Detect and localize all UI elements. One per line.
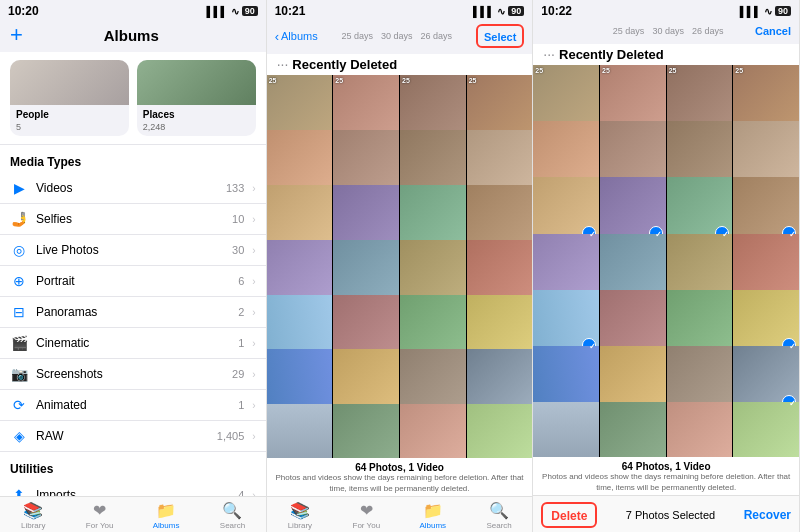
status-icons-1: ▌▌▌ ∿ 90: [206, 6, 257, 17]
list-item-selfies[interactable]: 🤳 Selfies 10 ›: [0, 204, 266, 235]
wifi-icon-1: ∿: [231, 6, 239, 17]
panoramas-label: Panoramas: [36, 305, 230, 319]
back-chevron-icon-2: ‹: [275, 29, 279, 44]
list-item-raw[interactable]: ◈ RAW 1,405 ›: [0, 421, 266, 452]
photo-grid-3: 25 25 25 25: [533, 65, 799, 457]
raw-icon: ◈: [10, 428, 28, 444]
days-label-3a: 25 days: [611, 26, 647, 36]
title-dots-2: ···: [277, 56, 289, 72]
selfies-count: 10: [232, 213, 244, 225]
days-label-2b: 30 days: [379, 31, 415, 41]
photo-cell-3-27[interactable]: [667, 402, 733, 457]
status-bar-1: 10:20 ▌▌▌ ∿ 90: [0, 0, 266, 20]
panel-recently-deleted-selected: 10:22 ▌▌▌ ∿ 90 25 days 30 days 26 days C…: [533, 0, 800, 532]
portrait-label: Portrait: [36, 274, 230, 288]
library-icon-2: 📚: [290, 501, 310, 520]
cinematic-count: 1: [238, 337, 244, 349]
library-label-2: Library: [288, 521, 312, 530]
selfies-label: Selfies: [36, 212, 224, 226]
list-item-portrait[interactable]: ⊕ Portrait 6 ›: [0, 266, 266, 297]
list-item-animated[interactable]: ⟳ Animated 1 ›: [0, 390, 266, 421]
title-dots-3: ···: [543, 46, 555, 62]
foryou-icon-2: ❤: [360, 501, 373, 520]
foryou-label-1: For You: [86, 521, 114, 530]
imports-icon: ⬆: [10, 487, 28, 496]
panel2-info: 64 Photos, 1 Video Photos and videos sho…: [267, 458, 533, 496]
signal-icon-1: ▌▌▌: [206, 6, 227, 17]
chevron-icon-selfies: ›: [252, 214, 255, 225]
portrait-count: 6: [238, 275, 244, 287]
albums-label-1: Albums: [153, 521, 180, 530]
panel2-title: Recently Deleted: [292, 57, 397, 72]
tab-foryou-2[interactable]: ❤ For You: [333, 501, 399, 530]
panel2-title-row: ··· Recently Deleted: [267, 54, 533, 75]
photo-cell-2-26[interactable]: [333, 404, 399, 458]
list-item-live-photos[interactable]: ◎ Live Photos 30 ›: [0, 235, 266, 266]
photo-cell-2-28[interactable]: [467, 404, 533, 458]
battery-3: 90: [775, 6, 791, 16]
cinematic-label: Cinematic: [36, 336, 230, 350]
photo-cell-3-26[interactable]: [600, 402, 666, 457]
screenshots-count: 29: [232, 368, 244, 380]
panel2-nav-header: ‹ Albums 25 days 30 days 26 days Select: [267, 20, 533, 54]
albums-header: + Albums: [0, 20, 266, 52]
add-album-button[interactable]: +: [10, 24, 23, 46]
photo-grid-container-2: 25 25 25 25: [267, 75, 533, 458]
wifi-icon-2: ∿: [497, 6, 505, 17]
people-card[interactable]: People 5: [10, 60, 129, 136]
panel3-info: 64 Photos, 1 Video Photos and videos sho…: [533, 457, 799, 495]
tab-foryou-1[interactable]: ❤ For You: [66, 501, 132, 530]
back-label-2: Albums: [281, 30, 318, 42]
tab-albums-1[interactable]: 📁 Albums: [133, 501, 199, 530]
live-photos-icon: ◎: [10, 242, 28, 258]
list-item-videos[interactable]: ▶ Videos 133 ›: [0, 173, 266, 204]
back-button-2[interactable]: ‹ Albums: [275, 29, 318, 44]
tab-search-2[interactable]: 🔍 Search: [466, 501, 532, 530]
animated-count: 1: [238, 399, 244, 411]
photo-cell-3-28[interactable]: [733, 402, 799, 457]
photo-cell-2-25[interactable]: [267, 404, 333, 458]
people-count: 5: [10, 122, 129, 136]
videos-label: Videos: [36, 181, 218, 195]
panoramas-icon: ⊟: [10, 304, 28, 320]
status-time-2: 10:21: [275, 4, 306, 18]
tab-library-1[interactable]: 📚 Library: [0, 501, 66, 530]
chevron-icon-videos: ›: [252, 183, 255, 194]
library-icon-1: 📚: [23, 501, 43, 520]
imports-count: 4: [238, 489, 244, 496]
albums-icon-1: 📁: [156, 501, 176, 520]
status-time-3: 10:22: [541, 4, 572, 18]
tab-search-1[interactable]: 🔍 Search: [199, 501, 265, 530]
list-item-cinematic[interactable]: 🎬 Cinematic 1 ›: [0, 328, 266, 359]
panel2-photo-desc: Photos and videos show the days remainin…: [273, 473, 527, 494]
panel-recently-deleted: 10:21 ▌▌▌ ∿ 90 ‹ Albums 25 days 30 days …: [267, 0, 534, 532]
screenshots-label: Screenshots: [36, 367, 224, 381]
chevron-icon-animated: ›: [252, 400, 255, 411]
days-label-2a: 25 days: [340, 31, 376, 41]
places-card[interactable]: Places 2,248: [137, 60, 256, 136]
photo-cell-2-27[interactable]: [400, 404, 466, 458]
portrait-icon: ⊕: [10, 273, 28, 289]
chevron-icon-cinematic: ›: [252, 338, 255, 349]
list-item-panoramas[interactable]: ⊟ Panoramas 2 ›: [0, 297, 266, 328]
media-types-header: Media Types: [0, 145, 266, 173]
panel3-bottom-bar: Delete 7 Photos Selected Recover: [533, 495, 799, 532]
cancel-button[interactable]: Cancel: [755, 25, 791, 37]
videos-count: 133: [226, 182, 244, 194]
panoramas-count: 2: [238, 306, 244, 318]
list-item-screenshots[interactable]: 📷 Screenshots 29 ›: [0, 359, 266, 390]
panel3-nav-header: 25 days 30 days 26 days Cancel: [533, 20, 799, 44]
search-label-2: Search: [486, 521, 511, 530]
people-label: People: [10, 105, 129, 122]
tab-library-2[interactable]: 📚 Library: [267, 501, 333, 530]
chevron-icon-live: ›: [252, 245, 255, 256]
list-item-imports[interactable]: ⬆ Imports 4 ›: [0, 480, 266, 496]
photo-cell-3-25[interactable]: [533, 402, 599, 457]
recover-button[interactable]: Recover: [744, 508, 791, 522]
animated-label: Animated: [36, 398, 230, 412]
delete-button-wrap: Delete: [541, 502, 597, 528]
delete-button[interactable]: Delete: [551, 509, 587, 523]
select-button[interactable]: Select: [484, 31, 516, 43]
status-time-1: 10:20: [8, 4, 39, 18]
tab-albums-2[interactable]: 📁 Albums: [400, 501, 466, 530]
